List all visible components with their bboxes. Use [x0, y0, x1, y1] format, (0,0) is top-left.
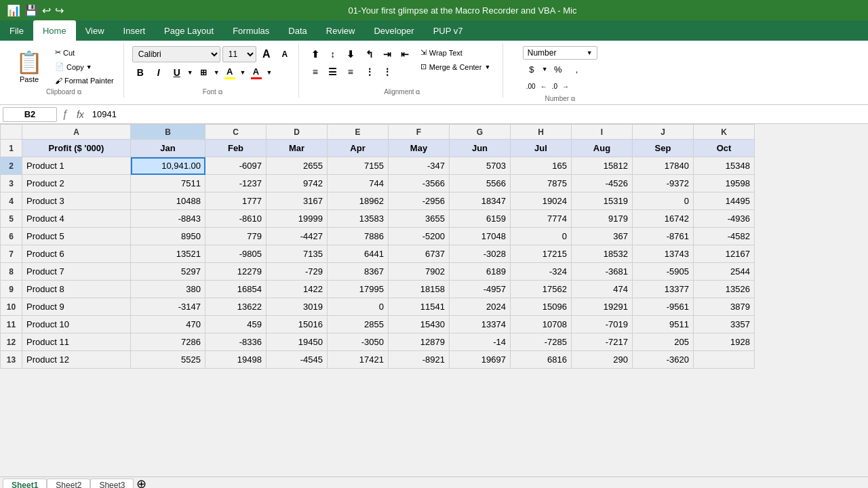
cell[interactable]: 10,941.00 — [131, 157, 205, 175]
menu-item-data[interactable]: Data — [279, 20, 316, 41]
percent-button[interactable]: % — [549, 62, 567, 77]
cell[interactable]: Product 8 — [22, 281, 131, 298]
col-header-D[interactable]: D — [267, 125, 328, 140]
italic-button[interactable]: I — [151, 64, 167, 81]
cell[interactable]: 0 — [633, 192, 694, 210]
formula-input[interactable] — [90, 107, 865, 122]
menu-item-insert[interactable]: Insert — [114, 20, 155, 41]
cell[interactable]: -3620 — [633, 351, 694, 369]
cell[interactable]: -4545 — [267, 351, 328, 369]
font-size-select[interactable]: 11 10 12 14 — [222, 46, 256, 62]
cell[interactable]: 19999 — [267, 210, 328, 228]
cell[interactable]: Product 11 — [22, 333, 131, 351]
cell[interactable]: -7285 — [511, 333, 572, 351]
cell[interactable]: 13583 — [328, 210, 389, 228]
text-direction-button[interactable]: ↰ — [361, 46, 378, 62]
cell[interactable]: 6737 — [389, 245, 450, 263]
col-header-E[interactable]: E — [328, 125, 389, 140]
cell[interactable]: 17840 — [633, 157, 694, 175]
cell[interactable]: 10488 — [131, 192, 205, 210]
highlight-dropdown-icon[interactable]: ▼ — [240, 69, 246, 76]
row-header-13[interactable]: 13 — [1, 351, 22, 369]
row-header-5[interactable]: 5 — [1, 210, 22, 228]
cell[interactable]: -2956 — [389, 192, 450, 210]
cell[interactable] — [694, 351, 755, 369]
cell[interactable]: 2655 — [267, 157, 328, 175]
cell[interactable]: 3167 — [267, 192, 328, 210]
cell[interactable]: 7886 — [328, 228, 389, 245]
align-left-button[interactable]: ≡ — [307, 64, 323, 80]
cell[interactable]: -8761 — [633, 228, 694, 245]
cell[interactable]: 15812 — [572, 157, 633, 175]
cell[interactable]: Oct — [694, 140, 755, 157]
cell[interactable]: Product 1 — [22, 157, 131, 175]
cell[interactable]: 18347 — [450, 192, 511, 210]
align-top-button[interactable]: ⬆ — [307, 46, 323, 62]
cell[interactable]: Apr — [328, 140, 389, 157]
cell[interactable]: Sep — [633, 140, 694, 157]
cell-ref-input[interactable]: B2 — [3, 107, 57, 122]
col-header-B[interactable]: B — [131, 125, 205, 140]
alignment-expand-icon[interactable]: ⧉ — [416, 89, 420, 96]
cell[interactable]: 779 — [205, 228, 267, 245]
col-header-K[interactable]: K — [694, 125, 755, 140]
font-color-button[interactable]: A — [248, 64, 264, 81]
cell[interactable]: Jul — [511, 140, 572, 157]
align-middle-button[interactable]: ↕ — [325, 46, 341, 62]
cell[interactable]: 0 — [328, 298, 389, 316]
underline-dropdown-icon[interactable]: ▼ — [187, 69, 193, 76]
menu-item-view[interactable]: View — [76, 20, 114, 41]
highlight-button[interactable]: A — [222, 64, 238, 81]
cell[interactable]: 744 — [328, 175, 389, 192]
cell[interactable]: Mar — [267, 140, 328, 157]
grid-scroll[interactable]: ABCDEFGHIJK1Profit ($ '000)JanFebMarAprM… — [0, 124, 868, 476]
increase-decimal-button[interactable]: .00 — [523, 79, 539, 94]
cell[interactable]: 2024 — [450, 298, 511, 316]
cell[interactable]: 19024 — [511, 192, 572, 210]
row-header-11[interactable]: 11 — [1, 316, 22, 333]
border-button[interactable]: ⊞ — [195, 64, 212, 81]
cell[interactable]: -5905 — [633, 263, 694, 281]
cell[interactable]: Jun — [450, 140, 511, 157]
paste-button[interactable]: 📋 Paste — [9, 46, 49, 87]
row-header-4[interactable]: 4 — [1, 192, 22, 210]
cell[interactable]: Product 6 — [22, 245, 131, 263]
cell[interactable]: 12879 — [389, 333, 450, 351]
cell[interactable]: 290 — [572, 351, 633, 369]
cell[interactable]: 165 — [511, 157, 572, 175]
cell[interactable]: 3655 — [389, 210, 450, 228]
cell[interactable]: 16854 — [205, 281, 267, 298]
cell[interactable]: 2855 — [328, 316, 389, 333]
cell[interactable]: -4526 — [572, 175, 633, 192]
cell[interactable]: -347 — [389, 157, 450, 175]
menu-item-review[interactable]: Review — [317, 20, 365, 41]
cell[interactable]: 17995 — [328, 281, 389, 298]
menu-item-home[interactable]: Home — [33, 20, 76, 41]
justify2-button[interactable]: ⋮ — [379, 64, 395, 80]
justify-button[interactable]: ⋮ — [361, 64, 378, 80]
cell[interactable]: 19291 — [572, 298, 633, 316]
cell[interactable]: 459 — [205, 316, 267, 333]
cell[interactable]: 1422 — [267, 281, 328, 298]
cell[interactable]: -3050 — [328, 333, 389, 351]
cell[interactable]: 5525 — [131, 351, 205, 369]
cell[interactable]: 380 — [131, 281, 205, 298]
cell[interactable]: 15319 — [572, 192, 633, 210]
cell[interactable]: 9179 — [572, 210, 633, 228]
cell[interactable]: 18962 — [328, 192, 389, 210]
clipboard-expand-icon[interactable]: ⧉ — [77, 89, 81, 96]
wrap-text-button[interactable]: ⇲ Wrap Text — [416, 46, 497, 59]
cell[interactable]: Feb — [205, 140, 267, 157]
row-header-10[interactable]: 10 — [1, 298, 22, 316]
cell[interactable]: 8950 — [131, 228, 205, 245]
cell[interactable]: -4936 — [694, 210, 755, 228]
cell[interactable]: 5703 — [450, 157, 511, 175]
col-header-I[interactable]: I — [572, 125, 633, 140]
cell[interactable]: -4582 — [694, 228, 755, 245]
title-bar-icons[interactable]: 📊 💾 ↩ ↪ — [7, 4, 64, 17]
number-expand-icon[interactable]: ⧉ — [571, 96, 575, 102]
copy-button[interactable]: 📄 Copy ▼ — [51, 60, 118, 73]
row-header-1[interactable]: 1 — [1, 140, 22, 157]
cell[interactable]: -9805 — [205, 245, 267, 263]
cell[interactable]: 15016 — [267, 316, 328, 333]
